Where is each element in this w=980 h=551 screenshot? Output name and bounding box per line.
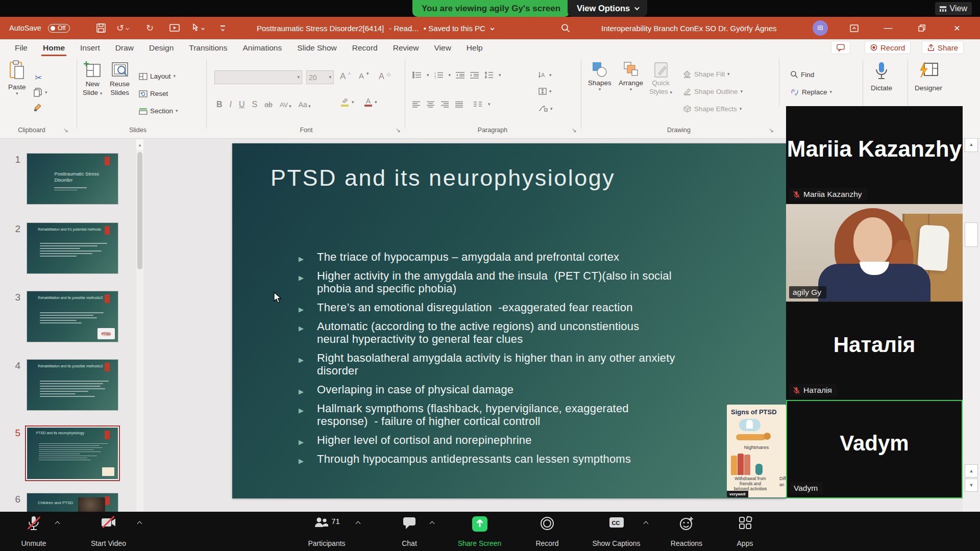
unmute-button[interactable]: Unmute (10, 516, 57, 547)
reset-button[interactable]: Reset (139, 90, 168, 97)
underline-button[interactable]: U (239, 100, 245, 109)
arrange-button[interactable]: Arrange ▾ (619, 61, 643, 92)
reuse-slides-button[interactable]: Reuse Slides (110, 60, 130, 97)
avatar[interactable]: IB (813, 17, 828, 39)
change-case-button[interactable]: Aa▾ (299, 101, 311, 109)
columns-button[interactable] (474, 101, 482, 108)
slide-bullet-list[interactable]: The triace of hypocampus – amygdala and … (299, 251, 786, 471)
thumbnails-scrollbar[interactable]: ▲ (136, 139, 143, 512)
doc-saved-status[interactable]: • Saved to this PC (424, 24, 485, 33)
tab-insert[interactable]: Insert (72, 39, 108, 56)
chevron-up-icon[interactable] (137, 521, 142, 527)
italic-button[interactable]: I (230, 100, 232, 109)
chevron-up-icon[interactable] (644, 521, 649, 527)
share-screen-button[interactable]: Share Screen (445, 516, 514, 547)
strikethrough-button[interactable]: ab (264, 101, 273, 109)
close-button[interactable]: × (945, 17, 969, 39)
record-button[interactable]: Record (522, 516, 573, 547)
new-slide-button[interactable]: New Slide ▾ (83, 60, 102, 97)
show-captions-button[interactable]: CC Show Captions (582, 516, 651, 547)
tab-animations[interactable]: Animations (235, 39, 289, 56)
replace-button[interactable]: bc Replace▾ (790, 88, 832, 96)
participant-tile-agily-video[interactable]: agily Gy (786, 204, 963, 302)
clipboard-dialog-launcher[interactable]: ↘ (63, 127, 68, 134)
ribbon-display-options-button[interactable] (842, 17, 866, 39)
redo-button[interactable]: ↻ (146, 17, 154, 39)
shrink-font-button[interactable]: A▾ (359, 71, 369, 80)
bullets-button[interactable] (412, 71, 422, 79)
slide-thumbnail-1[interactable]: Posttraumatic Stress Disorder (27, 153, 118, 205)
scroll-up-button[interactable]: ▲ (965, 137, 978, 152)
restore-button[interactable] (910, 17, 934, 39)
start-slideshow-button[interactable] (169, 17, 180, 39)
tab-design[interactable]: Design (141, 39, 181, 56)
tab-draw[interactable]: Draw (108, 39, 141, 56)
dictate-button[interactable]: Dictate (871, 61, 892, 92)
decrease-indent-button[interactable] (456, 71, 465, 79)
justify-button[interactable] (455, 101, 463, 108)
slide-thumbnail-5-selected[interactable]: PTSD and its neurophysiology (25, 425, 120, 481)
participant-tile-natalia[interactable]: Наталія Наталія (786, 302, 963, 400)
slide-canvas[interactable]: PTSD and its neurophysiology The triace … (232, 143, 786, 498)
previous-slide-button[interactable]: ▲ (965, 464, 978, 478)
copy-button[interactable]: ▾ (34, 88, 47, 97)
customize-qat-button[interactable] (220, 17, 225, 39)
tab-view[interactable]: View (427, 39, 459, 56)
grow-font-button[interactable]: A^ (340, 71, 351, 82)
align-left-button[interactable] (412, 101, 421, 108)
slide-thumbnail-4[interactable]: Rehabilitation and its possible methods/… (27, 359, 118, 411)
scrollbar-thumb[interactable] (965, 222, 978, 247)
participants-button[interactable]: 71 Participants (288, 516, 365, 547)
align-text-button[interactable]: ▾ (538, 88, 552, 95)
bold-button[interactable]: B (216, 100, 223, 109)
cut-button[interactable]: ✂ (35, 72, 42, 83)
apps-button[interactable]: Apps (721, 516, 769, 547)
shape-outline-button[interactable]: Shape Outline▾ (683, 88, 743, 95)
start-video-button[interactable]: Start Video (71, 516, 145, 547)
next-slide-button[interactable]: ▼ (965, 479, 978, 492)
chat-button[interactable]: Chat (384, 516, 435, 547)
paste-button[interactable]: Paste ▾ (8, 60, 26, 96)
section-button[interactable]: Section▾ (139, 107, 178, 115)
designer-button[interactable]: Designer (915, 61, 942, 92)
undo-button[interactable]: ↺ (116, 17, 129, 39)
zoom-view-button[interactable]: View (935, 2, 972, 15)
share-button[interactable]: Share (922, 41, 964, 54)
align-right-button[interactable] (441, 101, 449, 108)
font-name-combo[interactable]: ▾ (214, 70, 302, 84)
scrollbar-thumb[interactable] (137, 152, 142, 269)
scroll-up-button[interactable]: ▲ (136, 140, 143, 150)
highlight-color-button[interactable]: ▾ (341, 98, 354, 107)
chevron-up-icon[interactable] (430, 521, 435, 527)
chevron-up-icon[interactable] (356, 521, 361, 527)
text-shadow-button[interactable]: S (252, 100, 258, 109)
comments-button[interactable] (831, 41, 850, 54)
tab-record[interactable]: Record (345, 39, 385, 56)
record-presentation-button[interactable]: Record (865, 41, 911, 54)
font-dialog-launcher[interactable]: ↘ (396, 127, 401, 134)
touch-mouse-mode-button[interactable] (191, 17, 205, 39)
slide-thumbnail-6[interactable]: Children and PTSD (27, 493, 118, 512)
shape-effects-button[interactable]: Shape Effects▾ (683, 105, 742, 113)
tab-file[interactable]: File (7, 39, 35, 56)
reactions-button[interactable]: Reactions (658, 516, 715, 547)
text-direction-button[interactable]: A ▾ (538, 71, 552, 79)
tab-help[interactable]: Help (459, 39, 491, 56)
increase-indent-button[interactable] (470, 71, 479, 79)
signs-of-ptsd-image[interactable]: Signs of PTSD Nightmares Withdrawal from… (727, 405, 786, 497)
paragraph-dialog-launcher[interactable]: ↘ (572, 127, 577, 134)
font-color-button[interactable]: A ▾ (364, 98, 377, 107)
search-button[interactable] (560, 17, 571, 39)
account-name[interactable]: Interoperability Branch ConEx SO Dr. Gyö… (601, 17, 776, 39)
shape-fill-button[interactable]: Shape Fill▾ (683, 70, 730, 78)
align-center-button[interactable] (427, 101, 435, 108)
layout-button[interactable]: Layout▾ (139, 72, 176, 80)
character-spacing-button[interactable]: AV▾ (280, 101, 291, 109)
clear-formatting-button[interactable]: A◇ (379, 71, 390, 81)
view-options-button[interactable]: View Options (568, 0, 647, 17)
slide-thumbnail-2[interactable]: Rehabilitation and it’s potential method… (27, 222, 118, 274)
slide-area-scrollbar[interactable]: ▲ ▲ ▼ (963, 106, 980, 512)
autosave-toggle[interactable]: AutoSave Off (9, 17, 70, 39)
slide-title[interactable]: PTSD and its neurophysiology (271, 165, 615, 191)
tab-review[interactable]: Review (385, 39, 427, 56)
